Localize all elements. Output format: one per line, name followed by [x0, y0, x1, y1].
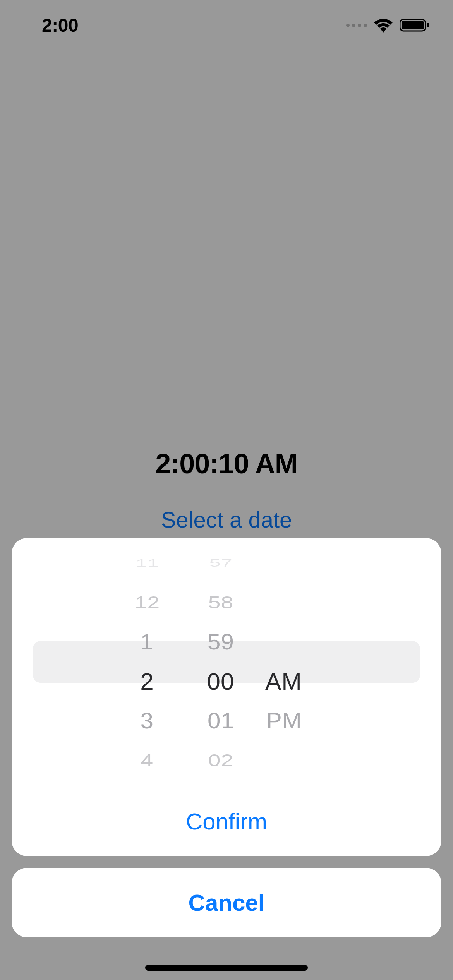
picker-area: 10 11 12 1 2 3 4 5 56 57	[12, 538, 441, 786]
hour-option[interactable]: 11	[136, 554, 159, 572]
hour-option[interactable]: 12	[134, 588, 160, 617]
status-bar: 2:00	[0, 0, 453, 50]
hour-option[interactable]: 3	[141, 703, 154, 739]
hour-wheel[interactable]: 10 11 12 1 2 3 4 5	[110, 538, 184, 786]
picker-card: 10 11 12 1 2 3 4 5 56 57	[12, 538, 441, 856]
minute-option[interactable]: 57	[209, 554, 232, 572]
hour-option[interactable]: 1	[141, 624, 154, 660]
cancel-button[interactable]: Cancel	[12, 868, 441, 937]
svg-rect-1	[402, 21, 424, 29]
ampm-wheel[interactable]: . . . . AM PM . .	[257, 538, 343, 786]
home-indicator[interactable]	[145, 965, 308, 971]
ampm-option-selected[interactable]: AM	[257, 662, 343, 701]
picker-wheels: 10 11 12 1 2 3 4 5 56 57	[110, 538, 343, 786]
status-icons	[346, 18, 430, 33]
status-time: 2:00	[42, 15, 78, 36]
app-background: 2:00:10 AM Select a date 2:00	[0, 0, 453, 980]
time-picker-sheet: 10 11 12 1 2 3 4 5 56 57	[12, 538, 441, 937]
cellular-icon	[346, 24, 367, 27]
confirm-button[interactable]: Confirm	[12, 786, 441, 856]
cancel-card: Cancel	[12, 868, 441, 937]
wifi-icon	[373, 18, 393, 33]
minute-option[interactable]: 02	[208, 746, 233, 774]
minute-option-selected[interactable]: 00	[207, 662, 235, 701]
hour-option[interactable]: 4	[141, 746, 154, 774]
svg-rect-2	[427, 23, 429, 27]
minute-option[interactable]: 01	[208, 703, 234, 739]
minute-option[interactable]: 59	[208, 624, 234, 660]
minute-option[interactable]: 58	[208, 588, 233, 617]
ampm-option[interactable]: PM	[259, 703, 341, 739]
battery-icon	[400, 18, 430, 33]
minute-wheel[interactable]: 56 57 58 59 00 01 02 03	[184, 538, 257, 786]
hour-option-selected[interactable]: 2	[140, 662, 154, 701]
